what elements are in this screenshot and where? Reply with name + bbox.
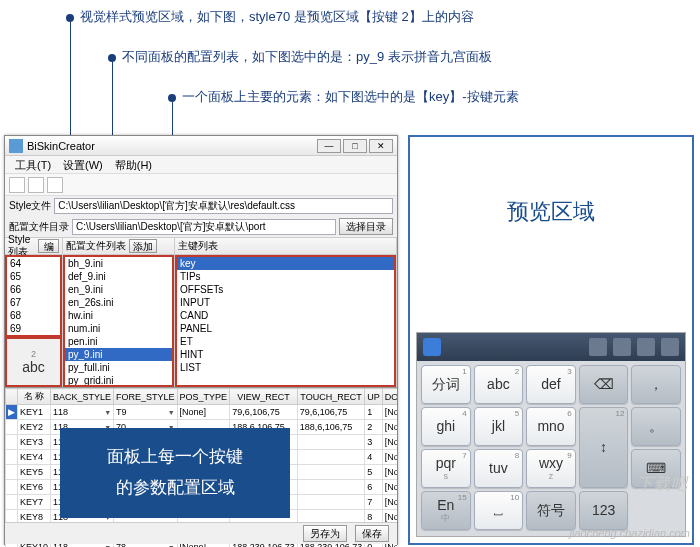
kb-close-icon[interactable]: [661, 338, 679, 356]
table-cell[interactable]: 79,6,106,75: [297, 405, 365, 420]
table-cell[interactable]: KEY4: [18, 450, 51, 465]
table-cell[interactable]: KEY2: [18, 420, 51, 435]
keyboard-key[interactable]: 1分词: [421, 365, 471, 404]
table-cell[interactable]: KEY6: [18, 480, 51, 495]
keyboard-key[interactable]: 9wxyz: [526, 449, 576, 488]
table-header[interactable]: FORE_STYLE: [114, 389, 178, 405]
table-row[interactable]: ▶KEY1118▼T9▼[None]79,6,106,7579,6,106,75…: [6, 405, 398, 420]
config-list-item[interactable]: bh_9.ini: [65, 257, 172, 270]
keyboard-key[interactable]: 。: [631, 407, 681, 446]
table-cell[interactable]: [6, 480, 18, 495]
kb-tool-icon[interactable]: [613, 338, 631, 356]
config-list-item[interactable]: num.ini: [65, 322, 172, 335]
table-cell[interactable]: [None]: [382, 450, 397, 465]
keyboard-key[interactable]: ⌫: [579, 365, 629, 404]
menu-settings[interactable]: 设置(W): [57, 156, 109, 173]
keyboard-key[interactable]: 15En中: [421, 491, 471, 530]
keyboard-key[interactable]: 8tuv: [474, 449, 524, 488]
minimize-button[interactable]: —: [317, 139, 341, 153]
style-list-item[interactable]: 68: [7, 309, 60, 322]
config-list-item[interactable]: py_full.ini: [65, 361, 172, 374]
save-button[interactable]: 保存: [355, 525, 389, 542]
select-dir-button[interactable]: 选择目录: [339, 218, 393, 235]
tool-icon[interactable]: [47, 177, 63, 193]
keyboard-key[interactable]: 5jkl: [474, 407, 524, 446]
table-cell[interactable]: 2: [365, 420, 383, 435]
key-list-item[interactable]: TIPs: [177, 270, 394, 283]
table-header[interactable]: POS_TYPE: [177, 389, 230, 405]
table-cell[interactable]: [6, 420, 18, 435]
table-header[interactable]: 名 称: [18, 389, 51, 405]
style-list-item[interactable]: 64: [7, 257, 60, 270]
table-header[interactable]: UP: [365, 389, 383, 405]
style-list-item[interactable]: 65: [7, 270, 60, 283]
key-list-item[interactable]: INPUT: [177, 296, 394, 309]
key-listbox[interactable]: keyTIPsOFFSETsINPUTCANDPANELETHINTLIST: [175, 255, 396, 387]
add-button[interactable]: 添加: [129, 239, 157, 253]
keyboard-key[interactable]: 12↕: [579, 407, 629, 488]
maximize-button[interactable]: □: [343, 139, 367, 153]
edit-button[interactable]: 编辑: [38, 239, 59, 253]
key-list-item[interactable]: ET: [177, 335, 394, 348]
table-cell[interactable]: [297, 435, 365, 450]
table-cell[interactable]: 118▼: [51, 405, 114, 420]
config-list-item[interactable]: def_9.ini: [65, 270, 172, 283]
kb-tool-icon[interactable]: [589, 338, 607, 356]
table-cell[interactable]: ▶: [6, 405, 18, 420]
keyboard-key[interactable]: 3def: [526, 365, 576, 404]
key-list-item[interactable]: CAND: [177, 309, 394, 322]
style-file-input[interactable]: [54, 198, 393, 214]
table-cell[interactable]: [6, 435, 18, 450]
table-cell[interactable]: KEY5: [18, 465, 51, 480]
save-as-button[interactable]: 另存为: [303, 525, 347, 542]
table-cell[interactable]: KEY1: [18, 405, 51, 420]
table-header[interactable]: TOUCH_RECT: [297, 389, 365, 405]
table-cell[interactable]: 79,6,106,75: [230, 405, 298, 420]
config-list-item[interactable]: hw.ini: [65, 309, 172, 322]
table-cell[interactable]: [None]: [177, 405, 230, 420]
keyboard-key[interactable]: 6mno: [526, 407, 576, 446]
config-list-item[interactable]: en_26s.ini: [65, 296, 172, 309]
table-cell[interactable]: [297, 495, 365, 510]
table-cell[interactable]: 4: [365, 450, 383, 465]
keyboard-key[interactable]: 7pqrs: [421, 449, 471, 488]
menu-tools[interactable]: 工具(T): [9, 156, 57, 173]
keyboard-key[interactable]: 符号: [526, 491, 576, 530]
style-list-item[interactable]: 66: [7, 283, 60, 296]
table-cell[interactable]: T9▼: [114, 405, 178, 420]
table-header[interactable]: VIEW_RECT: [230, 389, 298, 405]
table-cell[interactable]: [6, 495, 18, 510]
key-list-item[interactable]: key: [177, 257, 394, 270]
table-cell[interactable]: [None]: [382, 465, 397, 480]
table-header[interactable]: DOWN: [382, 389, 397, 405]
key-list-item[interactable]: HINT: [177, 348, 394, 361]
cfg-dir-input[interactable]: [72, 219, 336, 235]
menu-help[interactable]: 帮助(H): [109, 156, 158, 173]
table-cell[interactable]: 5: [365, 465, 383, 480]
table-cell[interactable]: [None]: [382, 495, 397, 510]
table-cell[interactable]: 1: [365, 405, 383, 420]
table-cell[interactable]: 6: [365, 480, 383, 495]
keyboard-key[interactable]: ，: [631, 365, 681, 404]
table-cell[interactable]: [297, 480, 365, 495]
kb-tool-icon[interactable]: [637, 338, 655, 356]
config-list-item[interactable]: pen.ini: [65, 335, 172, 348]
style-listbox[interactable]: 64656667686970717273: [5, 255, 62, 337]
table-cell[interactable]: 3: [365, 435, 383, 450]
tool-icon[interactable]: [28, 177, 44, 193]
table-header[interactable]: BACK_STYLE: [51, 389, 114, 405]
config-list-item[interactable]: py_9.ini: [65, 348, 172, 361]
keyboard-key[interactable]: 4ghi: [421, 407, 471, 446]
key-list-item[interactable]: LIST: [177, 361, 394, 374]
config-list-item[interactable]: en_9.ini: [65, 283, 172, 296]
table-cell[interactable]: [6, 465, 18, 480]
table-cell[interactable]: [297, 450, 365, 465]
table-cell[interactable]: 7: [365, 495, 383, 510]
keyboard-key[interactable]: 10⎵: [474, 491, 524, 530]
table-cell[interactable]: [None]: [382, 435, 397, 450]
table-cell[interactable]: KEY7: [18, 495, 51, 510]
table-cell[interactable]: KEY3: [18, 435, 51, 450]
key-list-item[interactable]: PANEL: [177, 322, 394, 335]
table-cell[interactable]: [6, 450, 18, 465]
table-cell[interactable]: [None]: [382, 420, 397, 435]
